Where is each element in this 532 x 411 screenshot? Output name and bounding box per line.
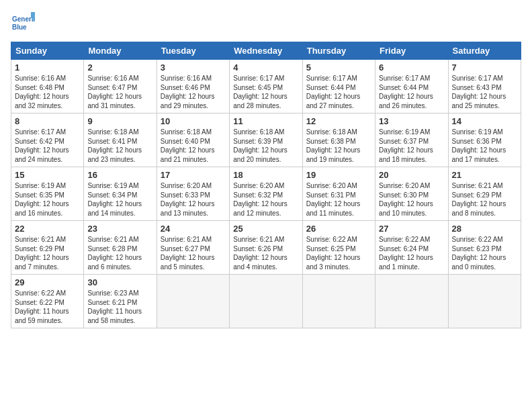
calendar-cell: 17Sunrise: 6:20 AM Sunset: 6:33 PM Dayli… — [157, 167, 229, 221]
calendar-cell: 1Sunrise: 6:16 AM Sunset: 6:48 PM Daylig… — [11, 60, 84, 113]
logo-svg: General Blue — [11, 11, 35, 35]
calendar-cell: 26Sunrise: 6:22 AM Sunset: 6:25 PM Dayli… — [302, 221, 375, 275]
day-number: 13 — [379, 116, 444, 126]
cell-info: Sunrise: 6:18 AM Sunset: 6:40 PM Dayligh… — [161, 128, 226, 164]
cell-info: Sunrise: 6:17 AM Sunset: 6:45 PM Dayligh… — [233, 74, 298, 110]
calendar-cell: 9Sunrise: 6:18 AM Sunset: 6:41 PM Daylig… — [84, 113, 157, 167]
calendar-cell: 13Sunrise: 6:19 AM Sunset: 6:37 PM Dayli… — [375, 113, 448, 167]
day-number: 23 — [87, 224, 152, 234]
calendar-cell — [157, 275, 229, 328]
cell-info: Sunrise: 6:16 AM Sunset: 6:46 PM Dayligh… — [161, 74, 226, 110]
day-number: 11 — [233, 116, 298, 126]
cell-info: Sunrise: 6:19 AM Sunset: 6:36 PM Dayligh… — [452, 128, 517, 164]
cell-info: Sunrise: 6:17 AM Sunset: 6:42 PM Dayligh… — [15, 128, 80, 164]
calendar-cell: 28Sunrise: 6:22 AM Sunset: 6:23 PM Dayli… — [448, 221, 521, 275]
day-number: 22 — [15, 224, 80, 234]
day-number: 26 — [306, 224, 371, 234]
day-number: 21 — [452, 170, 517, 180]
cell-info: Sunrise: 6:16 AM Sunset: 6:48 PM Dayligh… — [15, 74, 80, 110]
calendar-cell: 25Sunrise: 6:21 AM Sunset: 6:26 PM Dayli… — [230, 221, 302, 275]
day-number: 25 — [233, 224, 298, 234]
cell-info: Sunrise: 6:23 AM Sunset: 6:21 PM Dayligh… — [87, 289, 152, 325]
calendar-cell: 11Sunrise: 6:18 AM Sunset: 6:39 PM Dayli… — [230, 113, 302, 167]
day-number: 8 — [15, 116, 80, 126]
cell-info: Sunrise: 6:16 AM Sunset: 6:47 PM Dayligh… — [87, 74, 152, 110]
calendar-cell: 12Sunrise: 6:18 AM Sunset: 6:38 PM Dayli… — [302, 113, 375, 167]
calendar-cell — [302, 275, 375, 328]
calendar-cell: 29Sunrise: 6:22 AM Sunset: 6:22 PM Dayli… — [11, 275, 84, 328]
calendar-cell: 8Sunrise: 6:17 AM Sunset: 6:42 PM Daylig… — [11, 113, 84, 167]
calendar-table: SundayMondayTuesdayWednesdayThursdayFrid… — [11, 42, 521, 328]
day-number: 27 — [379, 224, 444, 234]
calendar-cell: 10Sunrise: 6:18 AM Sunset: 6:40 PM Dayli… — [157, 113, 229, 167]
cell-info: Sunrise: 6:17 AM Sunset: 6:44 PM Dayligh… — [306, 74, 371, 110]
day-number: 30 — [87, 277, 152, 287]
calendar-cell: 24Sunrise: 6:21 AM Sunset: 6:27 PM Dayli… — [157, 221, 229, 275]
day-number: 18 — [233, 170, 298, 180]
cell-info: Sunrise: 6:21 AM Sunset: 6:29 PM Dayligh… — [452, 181, 517, 218]
col-header-friday: Friday — [375, 42, 448, 60]
calendar-cell — [375, 275, 448, 328]
col-header-tuesday: Tuesday — [157, 42, 229, 60]
cell-info: Sunrise: 6:17 AM Sunset: 6:44 PM Dayligh… — [379, 74, 444, 110]
calendar-cell: 7Sunrise: 6:17 AM Sunset: 6:43 PM Daylig… — [448, 60, 521, 113]
day-number: 3 — [161, 62, 226, 73]
day-number: 16 — [87, 170, 152, 180]
cell-info: Sunrise: 6:19 AM Sunset: 6:34 PM Dayligh… — [87, 181, 152, 218]
header: General Blue — [11, 11, 521, 35]
cell-info: Sunrise: 6:21 AM Sunset: 6:28 PM Dayligh… — [87, 235, 152, 271]
cell-info: Sunrise: 6:22 AM Sunset: 6:23 PM Dayligh… — [452, 235, 517, 271]
calendar-cell — [448, 275, 521, 328]
cell-info: Sunrise: 6:21 AM Sunset: 6:27 PM Dayligh… — [161, 235, 226, 271]
col-header-sunday: Sunday — [11, 42, 84, 60]
calendar-cell: 20Sunrise: 6:20 AM Sunset: 6:30 PM Dayli… — [375, 167, 448, 221]
cell-info: Sunrise: 6:18 AM Sunset: 6:39 PM Dayligh… — [233, 128, 298, 164]
day-number: 20 — [379, 170, 444, 180]
cell-info: Sunrise: 6:20 AM Sunset: 6:31 PM Dayligh… — [306, 181, 371, 218]
calendar-cell: 5Sunrise: 6:17 AM Sunset: 6:44 PM Daylig… — [302, 60, 375, 113]
page: General Blue SundayMondayTuesdayWednesda… — [0, 0, 532, 411]
day-number: 24 — [161, 224, 226, 234]
cell-info: Sunrise: 6:19 AM Sunset: 6:37 PM Dayligh… — [379, 128, 444, 164]
day-number: 17 — [161, 170, 226, 180]
calendar-cell: 22Sunrise: 6:21 AM Sunset: 6:29 PM Dayli… — [11, 221, 84, 275]
calendar-cell: 2Sunrise: 6:16 AM Sunset: 6:47 PM Daylig… — [84, 60, 157, 113]
day-number: 2 — [87, 62, 152, 73]
day-number: 19 — [306, 170, 371, 180]
calendar-cell: 21Sunrise: 6:21 AM Sunset: 6:29 PM Dayli… — [448, 167, 521, 221]
cell-info: Sunrise: 6:21 AM Sunset: 6:29 PM Dayligh… — [15, 235, 80, 271]
calendar-cell: 27Sunrise: 6:22 AM Sunset: 6:24 PM Dayli… — [375, 221, 448, 275]
calendar-cell: 6Sunrise: 6:17 AM Sunset: 6:44 PM Daylig… — [375, 60, 448, 113]
col-header-wednesday: Wednesday — [230, 42, 302, 60]
calendar-cell: 16Sunrise: 6:19 AM Sunset: 6:34 PM Dayli… — [84, 167, 157, 221]
day-number: 7 — [452, 62, 517, 73]
calendar-cell: 19Sunrise: 6:20 AM Sunset: 6:31 PM Dayli… — [302, 167, 375, 221]
day-number: 12 — [306, 116, 371, 126]
cell-info: Sunrise: 6:22 AM Sunset: 6:22 PM Dayligh… — [15, 289, 80, 325]
svg-text:Blue: Blue — [12, 24, 27, 31]
calendar-cell: 23Sunrise: 6:21 AM Sunset: 6:28 PM Dayli… — [84, 221, 157, 275]
calendar-cell: 15Sunrise: 6:19 AM Sunset: 6:35 PM Dayli… — [11, 167, 84, 221]
day-number: 10 — [161, 116, 226, 126]
day-number: 4 — [233, 62, 298, 73]
calendar-cell: 18Sunrise: 6:20 AM Sunset: 6:32 PM Dayli… — [230, 167, 302, 221]
col-header-thursday: Thursday — [302, 42, 375, 60]
cell-info: Sunrise: 6:20 AM Sunset: 6:30 PM Dayligh… — [379, 181, 444, 218]
day-number: 15 — [15, 170, 80, 180]
cell-info: Sunrise: 6:20 AM Sunset: 6:33 PM Dayligh… — [161, 181, 226, 218]
calendar-cell: 14Sunrise: 6:19 AM Sunset: 6:36 PM Dayli… — [448, 113, 521, 167]
cell-info: Sunrise: 6:17 AM Sunset: 6:43 PM Dayligh… — [452, 74, 517, 110]
day-number: 14 — [452, 116, 517, 126]
day-number: 28 — [452, 224, 517, 234]
day-number: 29 — [15, 277, 80, 287]
calendar-cell — [230, 275, 302, 328]
cell-info: Sunrise: 6:18 AM Sunset: 6:38 PM Dayligh… — [306, 128, 371, 164]
day-number: 5 — [306, 62, 371, 73]
cell-info: Sunrise: 6:20 AM Sunset: 6:32 PM Dayligh… — [233, 181, 298, 218]
calendar-cell: 3Sunrise: 6:16 AM Sunset: 6:46 PM Daylig… — [157, 60, 229, 113]
day-number: 6 — [379, 62, 444, 73]
calendar-cell: 4Sunrise: 6:17 AM Sunset: 6:45 PM Daylig… — [230, 60, 302, 113]
col-header-saturday: Saturday — [448, 42, 521, 60]
day-number: 1 — [15, 62, 80, 73]
logo: General Blue — [11, 11, 38, 35]
